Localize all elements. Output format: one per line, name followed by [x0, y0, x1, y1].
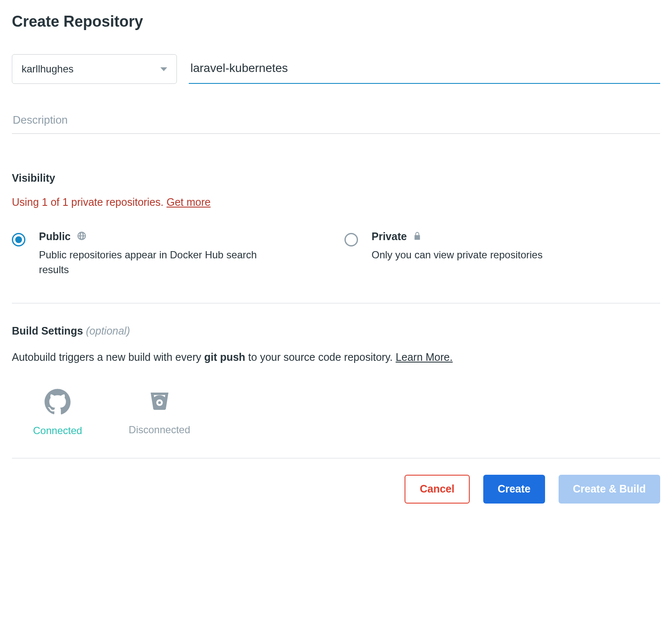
public-content: Public Public repositories appear in Doc… — [39, 230, 284, 277]
visibility-private-option[interactable]: Private Only you can view private reposi… — [344, 230, 660, 277]
description-input[interactable] — [12, 111, 660, 134]
quota-message: Using 1 of 1 private repositories. Get m… — [12, 196, 660, 208]
build-text-pre: Autobuild triggers a new build with ever… — [12, 351, 204, 363]
autobuild-description: Autobuild triggers a new build with ever… — [12, 350, 660, 365]
bitbucket-provider[interactable]: Disconnected — [129, 388, 190, 437]
github-icon — [44, 388, 71, 417]
build-text-bold: git push — [204, 351, 245, 363]
learn-more-link[interactable]: Learn More. — [396, 351, 453, 363]
page-title: Create Repository — [12, 13, 660, 30]
bitbucket-icon — [148, 388, 171, 416]
visibility-options: Public Public repositories appear in Doc… — [12, 230, 660, 277]
chevron-down-icon — [160, 67, 167, 71]
cancel-button[interactable]: Cancel — [405, 475, 470, 504]
divider — [12, 303, 660, 304]
build-text-post: to your source code repository. — [245, 351, 396, 363]
build-settings-heading: Build Settings (optional) — [12, 325, 660, 337]
repo-name-input[interactable] — [189, 54, 660, 84]
lock-icon — [413, 231, 422, 243]
private-desc: Only you can view private repositories — [372, 248, 543, 263]
footer-actions: Cancel Create Create & Build — [12, 458, 660, 504]
private-content: Private Only you can view private reposi… — [372, 230, 543, 263]
github-status: Connected — [33, 425, 82, 437]
namespace-select-wrap: karllhughes — [12, 54, 177, 84]
public-title: Public — [39, 230, 71, 243]
globe-icon — [77, 231, 87, 243]
public-desc: Public repositories appear in Docker Hub… — [39, 248, 284, 277]
create-button[interactable]: Create — [483, 475, 545, 504]
build-heading-text: Build Settings — [12, 325, 83, 337]
namespace-row: karllhughes — [12, 54, 660, 84]
bitbucket-status: Disconnected — [129, 424, 190, 436]
visibility-label: Visibility — [12, 172, 660, 184]
description-row — [12, 111, 660, 134]
github-provider[interactable]: Connected — [33, 388, 82, 437]
private-title: Private — [372, 230, 407, 243]
build-providers: Connected Disconnected — [12, 388, 660, 437]
namespace-select[interactable]: karllhughes — [12, 54, 177, 84]
radio-private[interactable] — [344, 233, 358, 246]
visibility-public-option[interactable]: Public Public repositories appear in Doc… — [12, 230, 328, 277]
quota-text: Using 1 of 1 private repositories. — [12, 196, 166, 208]
create-and-build-button[interactable]: Create & Build — [559, 475, 660, 504]
get-more-link[interactable]: Get more — [166, 196, 210, 208]
build-optional-text: (optional) — [86, 325, 130, 337]
namespace-selected-value: karllhughes — [22, 63, 74, 75]
radio-public[interactable] — [12, 233, 25, 246]
